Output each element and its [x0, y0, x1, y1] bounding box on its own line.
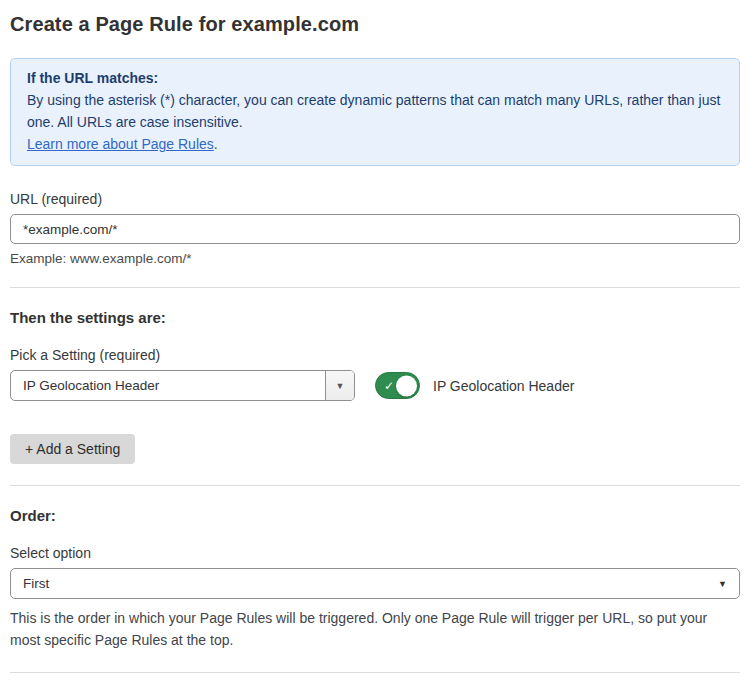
order-select-value: First [23, 576, 49, 591]
toggle-knob [396, 375, 417, 396]
link-suffix: . [214, 136, 218, 152]
url-section: URL (required) Example: www.example.com/… [10, 191, 740, 266]
setting-dropdown[interactable]: IP Geolocation Header ▼ [10, 370, 355, 401]
select-option-label: Select option [10, 545, 740, 561]
dropdown-arrow-button[interactable]: ▼ [325, 371, 354, 400]
setting-row: IP Geolocation Header ▼ ✓ IP Geolocation… [10, 370, 740, 401]
chevron-down-icon: ▼ [718, 579, 727, 589]
ip-geolocation-toggle[interactable]: ✓ [375, 372, 420, 399]
divider [10, 672, 740, 673]
info-box-heading: If the URL matches: [27, 67, 723, 89]
learn-more-link[interactable]: Learn more about Page Rules [27, 136, 214, 152]
info-box-link-row: Learn more about Page Rules. [27, 133, 723, 155]
ip-geolocation-toggle-group: ✓ IP Geolocation Header [375, 372, 574, 399]
order-select[interactable]: First ▼ [10, 568, 740, 599]
toggle-label: IP Geolocation Header [433, 378, 574, 394]
page-title: Create a Page Rule for example.com [10, 13, 740, 36]
pick-setting-label: Pick a Setting (required) [10, 347, 740, 363]
setting-dropdown-value: IP Geolocation Header [11, 371, 325, 400]
url-example-helper: Example: www.example.com/* [10, 251, 740, 266]
url-matches-info-box: If the URL matches: By using the asteris… [10, 58, 740, 166]
info-box-body: By using the asterisk (*) character, you… [27, 89, 723, 133]
url-label: URL (required) [10, 191, 740, 207]
order-heading: Order: [10, 507, 740, 524]
order-section: Order: Select option First ▼ This is the… [10, 507, 740, 651]
create-page-rule-form: Create a Page Rule for example.com If th… [0, 0, 750, 687]
chevron-down-icon: ▼ [336, 381, 345, 391]
check-icon: ✓ [384, 380, 394, 392]
divider [10, 287, 740, 288]
settings-section: Then the settings are: Pick a Setting (r… [10, 309, 740, 464]
add-setting-button[interactable]: + Add a Setting [10, 434, 135, 464]
settings-heading: Then the settings are: [10, 309, 740, 326]
order-helper-text: This is the order in which your Page Rul… [10, 607, 740, 651]
divider [10, 485, 740, 486]
url-input[interactable] [10, 214, 740, 244]
